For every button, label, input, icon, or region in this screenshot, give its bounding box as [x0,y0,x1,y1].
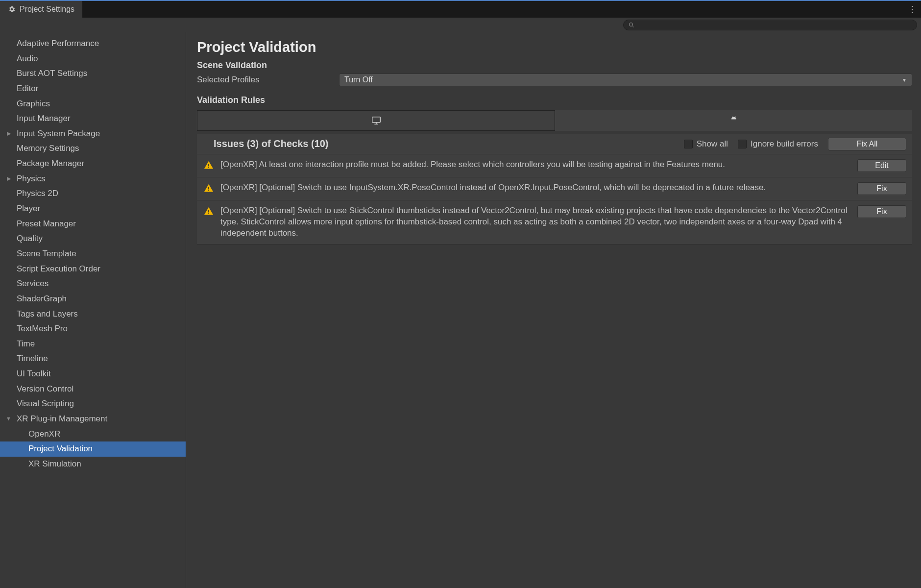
sidebar-item-label: Timeline [17,354,48,363]
search-icon [629,22,634,28]
sidebar-item-label: Version Control [17,384,73,393]
sidebar-item-preset-manager[interactable]: Preset Manager [0,217,186,232]
android-icon [729,116,739,125]
sidebar-item-label: Player [17,204,40,213]
show-all-checkbox[interactable]: Show all [684,139,728,149]
window-menu-button[interactable]: ⋮ [903,1,921,18]
sidebar-item-label: UI Toolkit [17,369,51,378]
button-label: Fix All [857,140,878,148]
sidebar-item-player[interactable]: Player [0,201,186,217]
ignore-build-errors-checkbox[interactable]: Ignore build errors [738,139,818,149]
sidebar-item-input-manager[interactable]: Input Manager [0,111,186,126]
selected-profiles-dropdown[interactable]: Turn Off ▼ [339,74,912,86]
sidebar-item-timeline[interactable]: Timeline [0,351,186,367]
sidebar-item-label: Adaptive Performance [17,39,99,48]
svg-line-1 [632,26,634,27]
show-all-label: Show all [697,139,728,149]
sidebar-item-version-control[interactable]: Version Control [0,382,186,397]
sidebar-item-package-manager[interactable]: Package Manager [0,156,186,172]
sidebar-item-xr-plugin-management[interactable]: XR Plug-in Management [0,412,186,427]
warning-icon [204,159,215,172]
sidebar-item-label: Quality [17,234,43,243]
checkbox-icon [684,140,693,148]
sidebar-item-input-system-package[interactable]: Input System Package [0,126,186,142]
checkbox-icon [738,140,747,148]
platform-tab-android[interactable] [555,110,912,131]
sidebar-item-label: Input Manager [17,114,71,123]
selected-profiles-row: Selected Profiles Turn Off ▼ [197,74,912,86]
issue-action-button[interactable]: Edit [857,159,906,172]
sidebar-item-label: Input System Package [17,129,100,138]
warning-icon [204,205,215,239]
window-tab[interactable]: Project Settings [0,1,83,18]
sidebar-item-label: Script Execution Order [17,264,100,273]
warning-icon [204,182,215,195]
sidebar-item-project-validation[interactable]: Project Validation [0,441,186,457]
searchbar [0,18,921,32]
sidebar-item-adaptive-performance[interactable]: Adaptive Performance [0,36,186,51]
sidebar-item-label: Tags and Layers [17,309,78,318]
sidebar-item-script-execution-order[interactable]: Script Execution Order [0,262,186,277]
sidebar-item-label: Scene Template [17,249,76,258]
sidebar-item-label: XR Simulation [28,459,81,468]
selected-profiles-label: Selected Profiles [197,75,339,85]
sidebar-item-label: Audio [17,54,38,63]
sidebar-item-physics-2d[interactable]: Physics 2D [0,186,186,201]
search-input[interactable] [623,20,917,30]
platform-tabs [197,110,912,131]
issue-text: [OpenXR] [Optional] Switch to use InputS… [220,182,851,195]
gear-icon [8,5,16,13]
sidebar-item-shadergraph[interactable]: ShaderGraph [0,292,186,307]
sidebar-item-scene-template[interactable]: Scene Template [0,246,186,262]
button-label: Edit [875,161,889,170]
kebab-icon: ⋮ [908,4,917,15]
sidebar-item-services[interactable]: Services [0,276,186,292]
main-panel: Project Validation Scene Validation Sele… [186,32,921,588]
platform-tab-standalone[interactable] [197,110,555,131]
chevron-down-icon: ▼ [902,77,907,83]
sidebar-item-xr-simulation[interactable]: XR Simulation [0,457,186,472]
sidebar-item-burst-aot-settings[interactable]: Burst AOT Settings [0,66,186,81]
sidebar-item-label: Burst AOT Settings [17,69,87,78]
issue-text: [OpenXR] [Optional] Switch to use StickC… [220,205,851,239]
sidebar-item-editor[interactable]: Editor [0,81,186,97]
settings-sidebar: Adaptive Performance Audio Burst AOT Set… [0,32,186,588]
validation-rules-heading: Validation Rules [197,95,912,105]
button-label: Fix [876,184,887,193]
sidebar-item-label: ShaderGraph [17,294,67,303]
scene-validation-heading: Scene Validation [197,60,912,71]
button-label: Fix [876,207,887,216]
sidebar-item-visual-scripting[interactable]: Visual Scripting [0,396,186,412]
sidebar-item-label: Graphics [17,99,50,108]
sidebar-item-label: Project Validation [28,444,93,453]
sidebar-item-label: Time [17,339,35,348]
sidebar-item-label: TextMesh Pro [17,324,68,333]
titlebar: Project Settings ⋮ [0,0,921,18]
sidebar-item-graphics[interactable]: Graphics [0,97,186,112]
issue-row: [OpenXR] [Optional] Switch to use InputS… [197,177,912,200]
window-tab-title: Project Settings [20,5,74,14]
sidebar-item-textmesh-pro[interactable]: TextMesh Pro [0,321,186,337]
issue-action-button[interactable]: Fix [857,205,906,218]
svg-rect-2 [372,117,380,122]
sidebar-item-time[interactable]: Time [0,337,186,352]
sidebar-item-label: Services [17,279,48,288]
issue-action-button[interactable]: Fix [857,182,906,195]
sidebar-item-tags-and-layers[interactable]: Tags and Layers [0,307,186,322]
ignore-build-errors-label: Ignore build errors [751,139,818,149]
sidebar-item-quality[interactable]: Quality [0,231,186,246]
sidebar-item-memory-settings[interactable]: Memory Settings [0,141,186,156]
sidebar-item-openxr[interactable]: OpenXR [0,427,186,442]
dropdown-value: Turn Off [344,75,373,84]
sidebar-item-ui-toolkit[interactable]: UI Toolkit [0,367,186,382]
fix-all-button[interactable]: Fix All [828,138,906,150]
sidebar-item-audio[interactable]: Audio [0,51,186,67]
monitor-icon [371,115,382,126]
sidebar-item-label: Visual Scripting [17,399,74,408]
sidebar-item-physics[interactable]: Physics [0,172,186,187]
sidebar-item-label: OpenXR [28,429,60,439]
sidebar-item-label: Physics 2D [17,189,58,198]
issue-row: [OpenXR] At least one interaction profil… [197,154,912,177]
sidebar-item-label: XR Plug-in Management [17,414,107,423]
sidebar-item-label: Physics [17,174,46,183]
